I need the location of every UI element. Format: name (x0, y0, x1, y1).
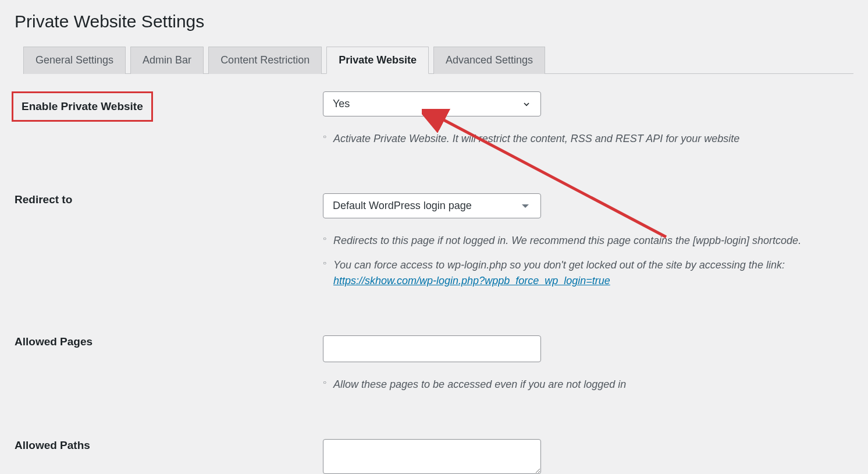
allowed-pages-label: Allowed Pages (15, 332, 93, 348)
tab-advanced-settings[interactable]: Advanced Settings (433, 47, 545, 74)
redirect-to-description-1: Redirects to this page if not logged in.… (323, 233, 853, 249)
redirect-to-force-login-link[interactable]: https://skhow.com/wp-login.php?wppb_forc… (333, 275, 610, 286)
enable-private-website-description: Activate Private Website. It will restri… (323, 131, 853, 147)
allowed-paths-label: Allowed Paths (15, 436, 90, 451)
allowed-pages-input[interactable] (323, 335, 541, 362)
redirect-to-label: Redirect to (15, 190, 72, 206)
tab-content-restriction[interactable]: Content Restriction (208, 47, 322, 74)
settings-tabs: General Settings Admin Bar Content Restr… (23, 46, 853, 74)
chevron-down-icon (522, 100, 531, 109)
page-title: Private Website Settings (15, 12, 853, 31)
settings-form: Enable Private Website Yes Activate Priv… (15, 74, 853, 474)
allowed-pages-description: Allow these pages to be accessed even if… (323, 377, 853, 392)
enable-private-website-label: Enable Private Website (12, 91, 153, 122)
allowed-paths-textarea[interactable] (323, 439, 541, 474)
dropdown-caret-icon (522, 204, 529, 208)
enable-private-website-select[interactable]: Yes (323, 91, 541, 116)
tab-general-settings[interactable]: General Settings (23, 47, 126, 74)
redirect-to-select[interactable]: Default WordPress login page (323, 193, 541, 218)
redirect-to-value: Default WordPress login page (333, 200, 472, 212)
tab-private-website[interactable]: Private Website (326, 47, 429, 74)
tab-admin-bar[interactable]: Admin Bar (130, 47, 204, 74)
redirect-to-description-2: You can force access to wp-login.php so … (323, 257, 853, 289)
enable-private-website-value: Yes (333, 98, 350, 110)
